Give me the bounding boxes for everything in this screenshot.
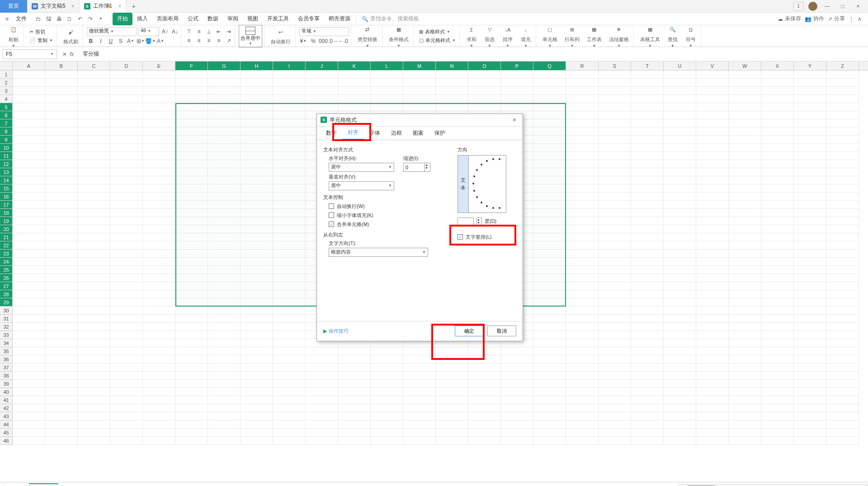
row-header[interactable]: 3 bbox=[0, 87, 12, 95]
row-header[interactable]: 22 bbox=[0, 241, 12, 250]
spin-up-icon[interactable]: ▲ bbox=[477, 218, 481, 221]
row-header[interactable]: 27 bbox=[0, 282, 12, 290]
column-header[interactable]: X bbox=[761, 61, 794, 70]
column-header[interactable]: L bbox=[371, 61, 403, 70]
text-dir-select[interactable]: 根据内容▼ bbox=[329, 248, 428, 257]
copy-button[interactable]: 📄复制▼ bbox=[28, 37, 55, 44]
column-header[interactable]: V bbox=[696, 61, 729, 70]
search-input[interactable]: 🔍 查找命令、搜索模板 bbox=[356, 15, 419, 23]
row-header[interactable]: 33 bbox=[0, 331, 12, 339]
align-right-icon[interactable]: ≡ bbox=[205, 37, 213, 45]
row-header[interactable]: 28 bbox=[0, 290, 12, 298]
underline-button[interactable]: U bbox=[107, 37, 115, 45]
row-header[interactable]: 8 bbox=[0, 127, 12, 136]
sheet-next-icon[interactable]: ▶ bbox=[15, 485, 19, 486]
column-header[interactable]: T bbox=[631, 61, 664, 70]
dialog-title-bar[interactable]: S 单元格格式 × bbox=[317, 114, 523, 127]
name-box[interactable]: F5▼ bbox=[3, 49, 57, 59]
row-header[interactable]: 13 bbox=[0, 168, 12, 176]
horizontal-scrollbar[interactable] bbox=[678, 485, 868, 486]
font-color-button[interactable]: A▼ bbox=[127, 37, 135, 45]
row-header[interactable]: 7 bbox=[0, 119, 12, 127]
row-header[interactable]: 41 bbox=[0, 396, 12, 404]
collaborate-button[interactable]: 👥协作 bbox=[805, 15, 824, 23]
align-bottom-icon[interactable]: ⊥ bbox=[205, 28, 213, 36]
row-header[interactable]: 42 bbox=[0, 404, 12, 412]
column-header[interactable]: M bbox=[403, 61, 436, 70]
column-header[interactable]: P bbox=[501, 61, 533, 70]
tab-pattern[interactable]: 图案 bbox=[407, 127, 429, 140]
table-tools-button[interactable]: ▦表格工具▼ bbox=[637, 24, 663, 48]
tab-formula[interactable]: 公式 bbox=[183, 13, 203, 25]
row-header[interactable]: 14 bbox=[0, 176, 12, 184]
column-header[interactable]: G bbox=[208, 61, 241, 70]
row-header[interactable]: 32 bbox=[0, 323, 12, 331]
column-header[interactable]: A bbox=[13, 61, 45, 70]
paste-button[interactable]: 📋粘贴▼ bbox=[5, 24, 22, 48]
tab-number[interactable]: 数字 bbox=[321, 127, 342, 140]
filter-button[interactable]: ▽筛选▼ bbox=[481, 24, 498, 48]
worksheet-button[interactable]: ▦工作表▼ bbox=[584, 24, 604, 48]
font-combo[interactable]: 微软雅黑 ▼ bbox=[87, 27, 137, 36]
undo-icon[interactable]: ↶ bbox=[75, 14, 85, 24]
table-style-button[interactable]: ⊞表格样式▼ bbox=[417, 28, 458, 36]
print-icon[interactable]: 🖶 bbox=[55, 14, 64, 24]
row-header[interactable]: 23 bbox=[0, 250, 12, 258]
row-header[interactable]: 10 bbox=[0, 144, 12, 152]
h-align-select[interactable]: 居中▼ bbox=[329, 163, 394, 172]
align-top-icon[interactable]: ⊤ bbox=[185, 28, 193, 36]
select-all-button[interactable] bbox=[0, 61, 13, 71]
column-header[interactable]: S bbox=[599, 61, 631, 70]
auto-wrap-button[interactable]: ↩自动换行 bbox=[268, 27, 293, 45]
row-header[interactable]: 44 bbox=[0, 420, 12, 429]
number-format-combo[interactable]: 常规 ▼ bbox=[299, 27, 349, 36]
sort-button[interactable]: ↓A排序▼ bbox=[500, 24, 516, 48]
sheet-prev-icon[interactable]: ◀ bbox=[10, 485, 14, 486]
fill-color-button[interactable]: 🪣▼ bbox=[146, 37, 155, 45]
row-header[interactable]: 35 bbox=[0, 347, 12, 355]
tab-layout[interactable]: 页面布局 bbox=[152, 13, 183, 25]
home-tab[interactable]: 首页 bbox=[0, 0, 27, 13]
column-header[interactable]: W bbox=[729, 61, 761, 70]
tab-start[interactable]: 开始 bbox=[113, 13, 132, 25]
column-header[interactable]: K bbox=[338, 61, 371, 70]
column-header[interactable]: H bbox=[241, 61, 273, 70]
row-header[interactable]: 38 bbox=[0, 372, 12, 380]
shrink-fit-checkbox[interactable]: 缩小字体填充(K) bbox=[329, 212, 444, 219]
row-header[interactable]: 26 bbox=[0, 274, 12, 282]
tab-review[interactable]: 审阅 bbox=[223, 13, 243, 25]
row-header[interactable]: 4 bbox=[0, 95, 12, 103]
align-justify-icon[interactable]: ≡ bbox=[215, 37, 223, 45]
italic-button[interactable]: I bbox=[97, 37, 105, 45]
maximize-button[interactable]: □ bbox=[837, 2, 848, 11]
merge-cells-checkbox[interactable]: ✓合并单元格(M) bbox=[329, 221, 444, 228]
cut-button[interactable]: ✂剪切 bbox=[28, 28, 55, 36]
hamburger-icon[interactable]: ≡ bbox=[3, 16, 11, 22]
dialog-close-button[interactable]: × bbox=[510, 116, 519, 123]
open-icon[interactable]: 🗀 bbox=[34, 14, 43, 24]
more-icon[interactable]: ⋮ bbox=[849, 16, 854, 22]
row-header[interactable]: 5 bbox=[0, 103, 12, 111]
doc-tab-sheet[interactable]: S 工作簿1 × bbox=[80, 0, 127, 13]
decrease-font-icon[interactable]: A↓ bbox=[171, 28, 179, 36]
sheet-last-icon[interactable]: ▶| bbox=[20, 485, 25, 486]
row-header[interactable]: 19 bbox=[0, 217, 12, 225]
orientation-icon[interactable]: ↗ bbox=[225, 37, 233, 45]
row-header[interactable]: 30 bbox=[0, 307, 12, 315]
tab-insert[interactable]: 插入 bbox=[132, 13, 152, 25]
close-icon[interactable]: × bbox=[71, 3, 75, 9]
degree-input[interactable] bbox=[458, 217, 474, 226]
vertical-text-checkbox[interactable]: ✓文字竖排(L) bbox=[458, 234, 516, 241]
strike-button[interactable]: S bbox=[117, 37, 125, 45]
cancel-icon[interactable]: ✕ bbox=[62, 51, 67, 57]
symbol-button[interactable]: Ω符号▼ bbox=[683, 24, 699, 48]
row-header[interactable]: 1 bbox=[0, 71, 12, 79]
v-align-select[interactable]: 居中▼ bbox=[329, 181, 394, 190]
row-header[interactable]: 40 bbox=[0, 388, 12, 396]
cond-format-button[interactable]: ▦条件格式▼ bbox=[386, 24, 411, 48]
tab-protect[interactable]: 保护 bbox=[429, 127, 451, 140]
tab-view[interactable]: 视图 bbox=[243, 13, 263, 25]
sheet-tab-1[interactable]: Sheet1 bbox=[29, 483, 58, 486]
sum-button[interactable]: Σ求和▼ bbox=[463, 24, 480, 48]
indent-decrease-icon[interactable]: ⇤ bbox=[215, 28, 223, 36]
